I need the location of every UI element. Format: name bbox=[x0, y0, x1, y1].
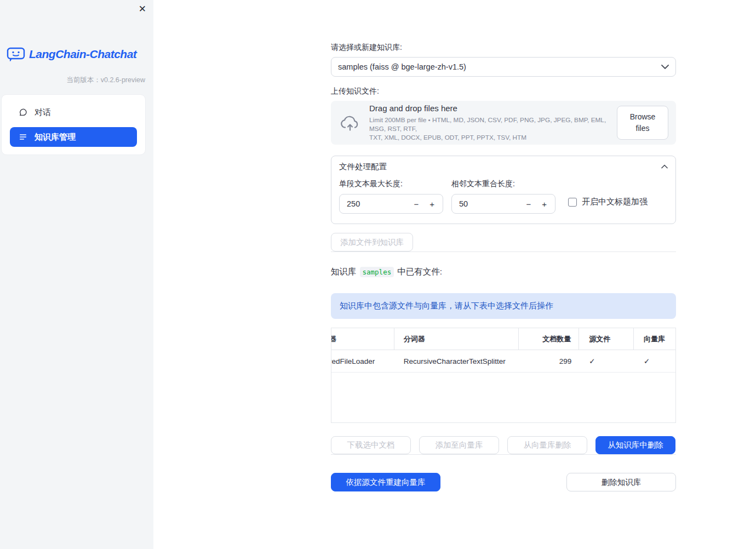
cloud-upload-icon bbox=[340, 114, 360, 131]
table-header-row: 器 分词器 文档数量 源文件 向量库 bbox=[331, 328, 675, 350]
config-expander: 文件处理配置 单段文本最大长度: 250 − + 相邻文本重合长度: 50 − … bbox=[331, 156, 676, 224]
config-expander-header[interactable]: 文件处理配置 bbox=[331, 156, 675, 177]
cell-loader[interactable]: redFileLoader bbox=[331, 350, 394, 372]
zh-title-enhance-checkbox[interactable]: 开启中文标题加强 bbox=[568, 197, 648, 207]
bottom-actions: 依据源文件重建向量库 删除知识库 bbox=[331, 473, 676, 491]
rebuild-vector-store-button[interactable]: 依据源文件重建向量库 bbox=[331, 473, 440, 491]
kb-files-prefix: 知识库 bbox=[331, 266, 357, 278]
file-dropzone[interactable]: Drag and drop files here Limit 200MB per… bbox=[331, 101, 676, 145]
overlap-size-value[interactable]: 50 bbox=[459, 199, 525, 208]
cell-source-file-check[interactable]: ✓ bbox=[579, 350, 634, 372]
sidebar-item-dialogue[interactable]: 对话 bbox=[10, 102, 137, 122]
chunk-size-input[interactable]: 250 − + bbox=[339, 194, 443, 214]
kb-files-suffix: 中已有文件: bbox=[397, 266, 442, 278]
dropzone-limit-line2: TXT, XML, DOCX, EPUB, ODT, PPT, PPTX, TS… bbox=[369, 133, 608, 142]
upload-label: 上传知识文件: bbox=[331, 87, 676, 96]
cell-splitter[interactable]: RecursiveCharacterTextSplitter bbox=[394, 350, 519, 372]
dropzone-title: Drag and drop files here bbox=[369, 104, 608, 113]
overlap-size-input[interactable]: 50 − + bbox=[451, 194, 555, 214]
table-header-vector-store[interactable]: 向量库 bbox=[634, 328, 675, 350]
delete-from-kb-button[interactable]: 从知识库中删除 bbox=[595, 436, 675, 454]
add-to-vector-store-button[interactable]: 添加至向量库 bbox=[419, 436, 499, 454]
cell-vector-store-check[interactable]: ✓ bbox=[634, 350, 675, 372]
overlap-size-label: 相邻文本重合长度: bbox=[451, 179, 555, 189]
kb-select-value: samples (faiss @ bge-large-zh-v1.5) bbox=[338, 62, 466, 71]
download-selected-button[interactable]: 下载选中文档 bbox=[331, 436, 411, 454]
divider bbox=[331, 251, 676, 252]
chevron-up-icon bbox=[661, 164, 668, 169]
files-table[interactable]: 器 分词器 文档数量 源文件 向量库 redFileLoader Recursi… bbox=[331, 328, 676, 423]
table-header-loader[interactable]: 器 bbox=[331, 328, 394, 350]
config-expander-title: 文件处理配置 bbox=[339, 162, 387, 172]
decrement-button[interactable]: − bbox=[413, 200, 420, 208]
knowledge-base-icon bbox=[19, 133, 27, 141]
chevron-down-icon bbox=[661, 65, 669, 69]
chunk-size-value[interactable]: 250 bbox=[347, 199, 413, 208]
table-header-splitter[interactable]: 分词器 bbox=[394, 328, 519, 350]
divider bbox=[331, 454, 676, 455]
kb-name-code: samples bbox=[360, 267, 394, 277]
close-sidebar-icon[interactable]: ✕ bbox=[139, 4, 146, 15]
delete-from-vector-store-button[interactable]: 从向量库删除 bbox=[507, 436, 587, 454]
table-actions: 下载选中文档 添加至向量库 从向量库删除 从知识库中删除 bbox=[331, 436, 676, 454]
table-header-doc-count[interactable]: 文档数量 bbox=[519, 328, 579, 350]
main-content: 请选择或新建知识库: samples (faiss @ bge-large-zh… bbox=[331, 0, 676, 491]
chunk-size-label: 单段文本最大长度: bbox=[339, 179, 443, 189]
increment-button[interactable]: + bbox=[428, 200, 436, 208]
browse-files-button[interactable]: Browse files bbox=[617, 106, 668, 140]
increment-button[interactable]: + bbox=[541, 200, 548, 208]
kb-select-label: 请选择或新建知识库: bbox=[331, 43, 676, 53]
sidebar-item-label: 知识库管理 bbox=[35, 132, 76, 142]
kb-files-heading: 知识库 samples 中已有文件: bbox=[331, 266, 676, 278]
delete-kb-button[interactable]: 删除知识库 bbox=[566, 473, 676, 491]
logo-icon bbox=[7, 46, 25, 62]
dropzone-text: Drag and drop files here Limit 200MB per… bbox=[369, 104, 608, 142]
dropzone-limit-line1: Limit 200MB per file • HTML, MD, JSON, C… bbox=[369, 116, 608, 133]
sidebar: ✕ LangChain-Chatchat 当前版本：v0.2.6-preview… bbox=[0, 0, 153, 549]
table-row[interactable]: redFileLoader RecursiveCharacterTextSpli… bbox=[331, 350, 675, 373]
add-files-to-kb-button[interactable]: 添加文件到知识库 bbox=[331, 233, 413, 251]
table-header-source-file[interactable]: 源文件 bbox=[579, 328, 634, 350]
config-expander-body: 单段文本最大长度: 250 − + 相邻文本重合长度: 50 − + 开启中文标… bbox=[331, 177, 675, 224]
cell-doc-count[interactable]: 299 bbox=[519, 350, 579, 372]
chat-bubble-icon bbox=[19, 108, 27, 117]
info-banner: 知识库中包含源文件与向量库，请从下表中选择文件后操作 bbox=[331, 293, 676, 319]
sidebar-menu: 对话 知识库管理 bbox=[1, 94, 146, 155]
sidebar-item-label: 对话 bbox=[35, 107, 51, 118]
checkbox-box[interactable] bbox=[568, 198, 577, 207]
logo-text: LangChain-Chatchat bbox=[29, 48, 136, 61]
version-text: 当前版本：v0.2.6-preview bbox=[66, 76, 145, 85]
logo: LangChain-Chatchat bbox=[7, 46, 136, 62]
checkbox-label: 开启中文标题加强 bbox=[582, 197, 648, 207]
sidebar-item-kb-management[interactable]: 知识库管理 bbox=[10, 127, 137, 147]
kb-select[interactable]: samples (faiss @ bge-large-zh-v1.5) bbox=[331, 57, 676, 77]
decrement-button[interactable]: − bbox=[525, 200, 532, 208]
